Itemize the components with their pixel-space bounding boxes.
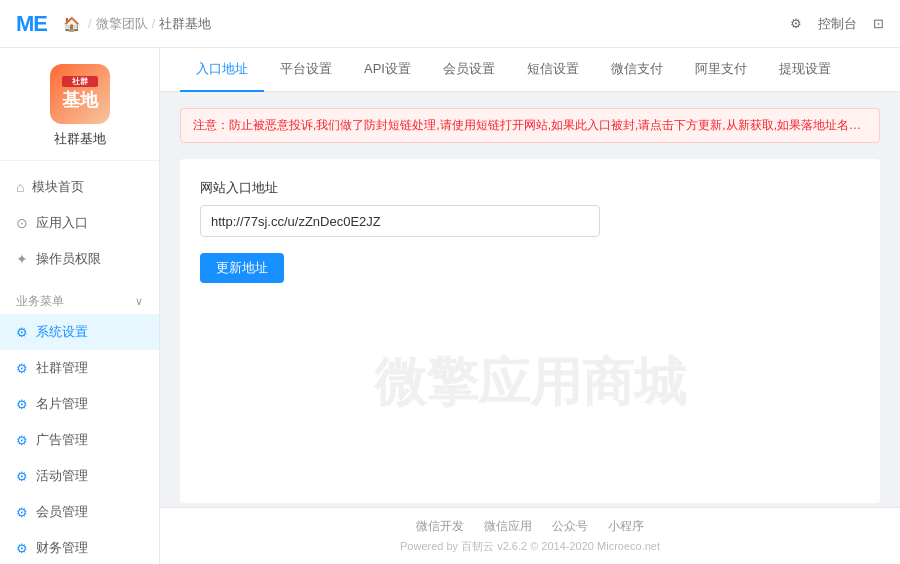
entry-nav-label: 应用入口 [36, 214, 88, 232]
footer-link-wechat-app[interactable]: 微信应用 [484, 518, 532, 535]
activity-menu-label: 活动管理 [36, 467, 88, 485]
footer-links: 微信开发 微信应用 公众号 小程序 [180, 518, 880, 535]
operator-nav-label: 操作员权限 [36, 250, 101, 268]
activity-menu-icon: ⚙ [16, 469, 28, 484]
right-actions: ⚙ 控制台 ⊡ [790, 15, 884, 33]
breadcrumb-sep2: / [152, 16, 156, 31]
sidebar-section-title: 业务菜单 ∨ [0, 285, 159, 314]
community-menu-icon: ⚙ [16, 361, 28, 376]
console-icon: ⚙ [790, 16, 802, 31]
finance-menu-label: 财务管理 [36, 539, 88, 557]
footer-link-miniprogram[interactable]: 小程序 [608, 518, 644, 535]
member-menu-label: 会员管理 [36, 503, 88, 521]
operator-nav-icon: ✦ [16, 251, 28, 267]
app-header: 社群 基地 社群基地 [0, 48, 159, 161]
footer-link-wechat-dev[interactable]: 微信开发 [416, 518, 464, 535]
entry-nav-icon: ⊙ [16, 215, 28, 231]
tab-alipay[interactable]: 阿里支付 [679, 48, 763, 92]
finance-menu-icon: ⚙ [16, 541, 28, 556]
update-button[interactable]: 更新地址 [200, 253, 284, 283]
community-menu-label: 社群管理 [36, 359, 88, 377]
breadcrumb-current: 社群基地 [159, 15, 211, 33]
card-menu-icon: ⚙ [16, 397, 28, 412]
system-menu-icon: ⚙ [16, 325, 28, 340]
footer: 微信开发 微信应用 公众号 小程序 Powered by 百韧云 v2.6.2 … [160, 507, 900, 564]
sidebar-item-entry[interactable]: ⊙ 应用入口 [0, 205, 159, 241]
form-section: 网站入口地址 更新地址 微擎应用商城 [180, 159, 880, 503]
toggle-icon[interactable]: ∨ [135, 295, 143, 308]
menu-item-activity[interactable]: ⚙ 活动管理 [0, 458, 159, 494]
system-menu-label: 系统设置 [36, 323, 88, 341]
menu-item-ad[interactable]: ⚙ 广告管理 [0, 422, 159, 458]
sidebar: 社群 基地 社群基地 ⌂ 模块首页 ⊙ 应用入口 ✦ 操作员权限 业务菜单 ∨ [0, 48, 160, 564]
card-menu-label: 名片管理 [36, 395, 88, 413]
logo-main: 基地 [62, 89, 98, 112]
alert-text: 注意：防止被恶意投诉,我们做了防封短链处理,请使用短链打开网站,如果此入口被封,… [193, 118, 880, 132]
tab-wechat[interactable]: 微信支付 [595, 48, 679, 92]
form-label: 网站入口地址 [200, 179, 860, 197]
sidebar-item-home[interactable]: ⌂ 模块首页 [0, 169, 159, 205]
logo-top-line: 社群 [62, 76, 98, 88]
console-link[interactable]: 控制台 [818, 15, 857, 33]
watermark-area: 微擎应用商城 [200, 283, 860, 483]
tabs-bar: 入口地址 平台设置 API设置 会员设置 短信设置 微信支付 阿里支付 提现设置 [160, 48, 900, 92]
sidebar-nav: ⌂ 模块首页 ⊙ 应用入口 ✦ 操作员权限 [0, 161, 159, 285]
ad-menu-label: 广告管理 [36, 431, 88, 449]
window-icon[interactable]: ⊡ [873, 16, 884, 31]
logo: ME [16, 11, 47, 37]
url-input[interactable] [200, 205, 600, 237]
main-layout: 社群 基地 社群基地 ⌂ 模块首页 ⊙ 应用入口 ✦ 操作员权限 业务菜单 ∨ [0, 48, 900, 564]
tab-sms[interactable]: 短信设置 [511, 48, 595, 92]
app-name: 社群基地 [54, 130, 106, 148]
home-nav-icon: ⌂ [16, 179, 24, 195]
alert-banner: 注意：防止被恶意投诉,我们做了防封短链处理,请使用短链打开网站,如果此入口被封,… [180, 108, 880, 143]
section-label: 业务菜单 [16, 293, 64, 310]
menu-item-system[interactable]: ⚙ 系统设置 [0, 314, 159, 350]
home-icon[interactable]: 🏠 [63, 16, 80, 32]
menu-item-community[interactable]: ⚙ 社群管理 [0, 350, 159, 386]
watermark-text: 微擎应用商城 [374, 348, 686, 418]
tab-entry[interactable]: 入口地址 [180, 48, 264, 92]
top-nav: ME 🏠 / 微擎团队 / 社群基地 ⚙ 控制台 ⊡ [0, 0, 900, 48]
breadcrumb-parent[interactable]: 微擎团队 [96, 15, 148, 33]
breadcrumb: 🏠 / 微擎团队 / 社群基地 [63, 15, 790, 33]
tab-platform[interactable]: 平台设置 [264, 48, 348, 92]
footer-powered: Powered by 百韧云 v2.6.2 © 2014-2020 Microe… [180, 539, 880, 554]
breadcrumb-sep1: / [88, 16, 92, 31]
menu-item-member[interactable]: ⚙ 会员管理 [0, 494, 159, 530]
menu-item-finance[interactable]: ⚙ 财务管理 [0, 530, 159, 564]
ad-menu-icon: ⚙ [16, 433, 28, 448]
content-area: 入口地址 平台设置 API设置 会员设置 短信设置 微信支付 阿里支付 提现设置… [160, 48, 900, 564]
tab-api[interactable]: API设置 [348, 48, 427, 92]
app-logo: 社群 基地 [50, 64, 110, 124]
tab-withdraw[interactable]: 提现设置 [763, 48, 847, 92]
footer-link-official[interactable]: 公众号 [552, 518, 588, 535]
tab-member[interactable]: 会员设置 [427, 48, 511, 92]
member-menu-icon: ⚙ [16, 505, 28, 520]
home-nav-label: 模块首页 [32, 178, 84, 196]
menu-item-card[interactable]: ⚙ 名片管理 [0, 386, 159, 422]
sidebar-item-operator[interactable]: ✦ 操作员权限 [0, 241, 159, 277]
content-body: 注意：防止被恶意投诉,我们做了防封短链处理,请使用短链打开网站,如果此入口被封,… [160, 92, 900, 507]
